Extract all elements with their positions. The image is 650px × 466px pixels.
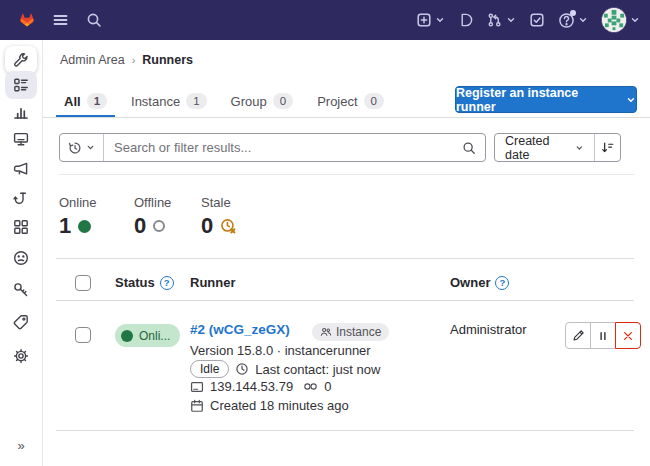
- online-dot-icon: [121, 330, 133, 342]
- status-badge: Onli...: [115, 324, 180, 347]
- tab-group[interactable]: Group 0: [223, 85, 302, 117]
- plus-square-icon: [416, 12, 432, 28]
- link-icon: [303, 380, 318, 393]
- sidebar-collapse-button[interactable]: »: [0, 438, 42, 453]
- offline-count: 0: [134, 213, 146, 239]
- gitlab-admin-runners-page: » Admin Area › Runners All 1 Instance 1 …: [0, 0, 650, 466]
- sort-direction-button[interactable]: [594, 134, 620, 161]
- stat-offline: Offline 0: [134, 195, 171, 239]
- sidebar-item-analytics[interactable]: [5, 98, 37, 126]
- status-help-icon[interactable]: ?: [160, 276, 174, 290]
- main-content: Admin Area › Runners All 1 Instance 1 Gr…: [43, 40, 650, 466]
- gear-icon: [13, 348, 29, 364]
- idle-badge: Idle: [190, 360, 229, 378]
- register-instance-runner-button[interactable]: Register an instance runner: [455, 86, 637, 113]
- related-count: 0: [324, 379, 331, 394]
- admin-sidebar: »: [0, 40, 43, 466]
- overview-list-icon: [13, 77, 29, 93]
- stale-clock-x-icon: [220, 218, 237, 235]
- sidebar-item-admin-wrench[interactable]: [5, 46, 37, 74]
- delete-runner-button[interactable]: [615, 322, 641, 349]
- sidebar-item-keys[interactable]: [5, 276, 37, 304]
- monitor-icon: [13, 131, 29, 147]
- issues-button[interactable]: [458, 12, 473, 28]
- chevron-down-icon: [435, 15, 445, 25]
- column-header-status: Status ?: [115, 275, 174, 290]
- wrench-icon: [13, 52, 29, 68]
- people-icon: [320, 326, 332, 338]
- sort-descending-icon: [601, 141, 614, 154]
- tab-all[interactable]: All 1: [56, 85, 115, 117]
- help-menu-button[interactable]: [558, 12, 588, 29]
- runner-ip: 139.144.53.79: [210, 379, 293, 394]
- pause-icon: [597, 330, 609, 342]
- key-icon: [13, 282, 29, 298]
- runner-created-line: Created 18 minutes ago: [190, 398, 349, 413]
- sidebar-item-labels[interactable]: [5, 308, 37, 336]
- merge-request-icon: [486, 12, 503, 28]
- runner-link[interactable]: #2 (wCG_zeGX): [190, 322, 290, 337]
- breadcrumb-runners: Runners: [142, 53, 193, 67]
- sort-by-dropdown[interactable]: Created date: [495, 134, 594, 161]
- neutral-face-icon: [13, 250, 29, 266]
- gitlab-logo-icon[interactable]: [14, 7, 40, 33]
- new-menu-button[interactable]: [416, 12, 445, 28]
- select-all-checkbox[interactable]: [75, 275, 91, 291]
- breadcrumb: Admin Area › Runners: [60, 53, 193, 67]
- sidebar-item-settings[interactable]: [5, 342, 37, 370]
- tab-group-count: 0: [273, 93, 293, 109]
- filter-history-dropdown[interactable]: [60, 134, 104, 161]
- notification-dot: [570, 10, 576, 16]
- todos-button[interactable]: [529, 12, 545, 28]
- chevron-down-icon: [575, 143, 584, 153]
- search-submit-button[interactable]: [453, 141, 485, 155]
- runner-host-line: 139.144.53.79 0: [190, 379, 331, 394]
- edit-runner-button[interactable]: [565, 322, 591, 349]
- last-contact: Last contact: just now: [255, 362, 380, 377]
- tab-instance-count: 1: [186, 93, 206, 109]
- owner-help-icon[interactable]: ?: [495, 276, 509, 290]
- runner-status-line: Idle Last contact: just now: [190, 360, 380, 378]
- todo-check-icon: [529, 12, 545, 28]
- sidebar-item-messages[interactable]: [5, 155, 37, 183]
- chevron-down-icon: [626, 95, 636, 105]
- user-menu-button[interactable]: [601, 7, 640, 33]
- sidebar-item-monitoring[interactable]: [5, 125, 37, 153]
- tab-project[interactable]: Project 0: [309, 85, 392, 117]
- sidebar-item-overview[interactable]: [5, 71, 37, 99]
- tab-project-count: 0: [364, 93, 384, 109]
- column-header-owner: Owner ?: [450, 275, 509, 290]
- row-checkbox[interactable]: [75, 327, 91, 343]
- search-icon: [462, 141, 476, 155]
- calendar-icon: [190, 399, 204, 413]
- stat-online: Online 1: [59, 195, 97, 239]
- sidebar-item-abuse-reports[interactable]: [5, 244, 37, 272]
- chevron-down-icon: [86, 143, 95, 152]
- tab-instance[interactable]: Instance 1: [123, 85, 215, 117]
- runner-type-badge: Instance: [312, 323, 389, 341]
- avatar: [601, 7, 627, 33]
- pause-runner-button[interactable]: [590, 322, 616, 349]
- stat-stale: Stale 0: [201, 195, 237, 239]
- runner-actions: [565, 322, 641, 349]
- sidebar-item-ci-cd[interactable]: [5, 185, 37, 213]
- owner-link[interactable]: Administrator: [450, 322, 527, 337]
- chevron-down-icon: [578, 15, 588, 25]
- online-status-icon: [78, 220, 91, 233]
- section-divider: [59, 174, 634, 175]
- table-header-border: [56, 300, 634, 301]
- navbar-search-icon[interactable]: [86, 12, 102, 28]
- breadcrumb-admin-area[interactable]: Admin Area: [60, 53, 125, 67]
- runner-version: Version 15.8.0 · instancerunner: [190, 343, 371, 358]
- hook-icon: [13, 191, 29, 207]
- issues-doc-icon: [458, 12, 473, 28]
- chevron-down-icon: [630, 15, 640, 25]
- merge-requests-button[interactable]: [486, 12, 516, 28]
- sidebar-item-applications[interactable]: [5, 213, 37, 241]
- applications-grid-icon: [13, 219, 29, 235]
- chevron-down-icon: [506, 15, 516, 25]
- hamburger-menu-icon[interactable]: [52, 12, 69, 28]
- online-count: 1: [59, 213, 71, 239]
- column-header-runner: Runner: [190, 275, 236, 290]
- search-input[interactable]: [104, 140, 453, 155]
